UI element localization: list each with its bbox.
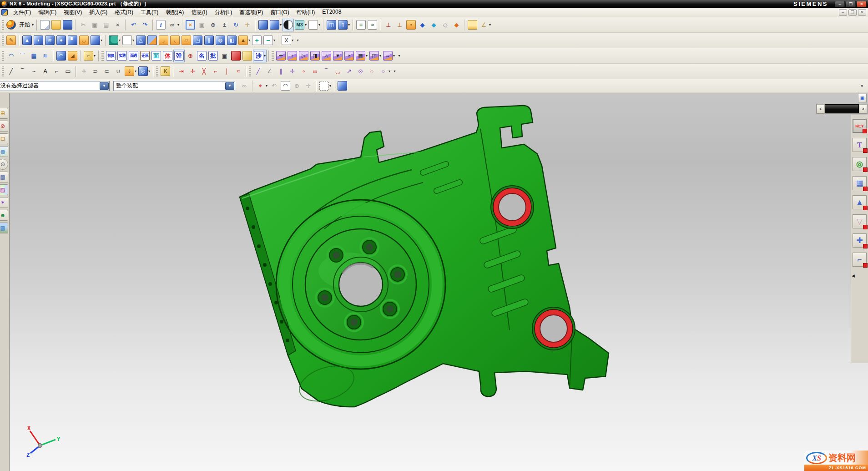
sketch-circle-dashed-button[interactable]: ◌ xyxy=(366,65,378,78)
grab-point-button[interactable]: ✛ xyxy=(303,80,314,92)
join-curve-button[interactable]: ∪ xyxy=(112,65,124,78)
face-display-button[interactable]: 面 xyxy=(151,50,162,62)
redo-button[interactable]: ↷ xyxy=(139,19,151,31)
menu-item-1[interactable]: 文件(F) xyxy=(10,8,35,17)
offset-region-button[interactable]: ◨ xyxy=(309,50,321,62)
menu-item-6[interactable]: 工具(T) xyxy=(137,8,162,17)
pull-face-button[interactable]: ↕ xyxy=(287,50,298,62)
swept-button[interactable]: ≋ xyxy=(44,34,56,47)
rectangle-button[interactable]: ▭ xyxy=(62,65,74,78)
quick-trim-button[interactable]: ✛ xyxy=(187,65,198,78)
toolbar-grip[interactable] xyxy=(2,51,4,61)
view-background-button[interactable]: ▾ xyxy=(308,19,321,31)
sketch-button[interactable]: ✎ xyxy=(5,34,17,47)
undo-button[interactable]: ↶ xyxy=(128,19,139,31)
sketch-circle-center-button[interactable]: ⊙ xyxy=(355,65,366,78)
snap-chain-button[interactable]: ∞ xyxy=(239,80,250,92)
tube-button[interactable]: ◎▾ xyxy=(137,65,151,78)
zoom-box-button[interactable]: ⊕ xyxy=(207,19,219,31)
history-button[interactable]: ⊙ xyxy=(0,159,8,170)
datum-plane-dropdown-arrow[interactable]: ▾ xyxy=(132,38,134,42)
zoom-in-out-button[interactable]: ± xyxy=(219,19,230,31)
boss-pad-button[interactable]: ▘ xyxy=(67,34,78,47)
sketch-fillet-button[interactable]: ◡ xyxy=(332,65,343,78)
part-red-bore-top[interactable] xyxy=(491,186,534,228)
fit-view-button[interactable]: × xyxy=(185,19,196,31)
sketch-in-task-button[interactable]: ▾ xyxy=(108,34,121,47)
part-3d-model[interactable] xyxy=(0,93,868,471)
sketch-in-task-dropdown-arrow[interactable]: ▾ xyxy=(119,38,121,42)
snap-point-button[interactable]: ◠ xyxy=(280,80,291,92)
delete-button[interactable]: × xyxy=(112,19,123,31)
rectangle-select-dropdown-arrow[interactable]: ▾ xyxy=(329,84,331,88)
rib-button[interactable]: ∥ xyxy=(203,34,215,47)
backgrounds-button[interactable]: ▩ xyxy=(0,223,8,233)
key-notes-button[interactable]: K xyxy=(160,65,171,78)
scrollbar-track[interactable] xyxy=(825,104,859,113)
studio-spline-button[interactable]: ~ xyxy=(28,65,40,78)
block-dropdown-arrow[interactable]: ▾ xyxy=(101,38,102,42)
make-corner-button[interactable]: ⌐ xyxy=(210,65,221,78)
palettes-button[interactable]: ▤ xyxy=(0,172,8,182)
toolbar-grip[interactable] xyxy=(249,66,251,76)
datum-csys-display-button[interactable]: ⊥ xyxy=(383,19,394,31)
move-face-button[interactable]: ✛ xyxy=(275,50,287,62)
scroll-right-button[interactable]: > xyxy=(859,104,867,113)
face-translucency-button[interactable]: 面透 xyxy=(128,50,139,62)
menu-item-12[interactable]: 帮助(H) xyxy=(293,8,319,17)
close-button[interactable]: ✕ xyxy=(857,1,867,7)
text-button[interactable]: A xyxy=(40,65,51,78)
measure-angle-dropdown-arrow[interactable]: ▾ xyxy=(489,23,491,27)
sketch-line-button[interactable]: ╱ xyxy=(252,65,264,78)
ruled-surface-button[interactable]: ◠ xyxy=(5,50,17,62)
restore-display-button[interactable]: 还原 xyxy=(139,50,151,62)
sheet-metal-bend-dropdown-arrow[interactable]: ▾ xyxy=(94,54,96,58)
menu-item-3[interactable]: 视图(V) xyxy=(60,8,86,17)
layer-settings-button[interactable]: ≡ xyxy=(355,19,367,31)
paste-button[interactable]: ▤ xyxy=(101,19,112,31)
offset-surface-button[interactable]: ◠ xyxy=(56,50,67,62)
point-button[interactable]: ✛ xyxy=(78,65,90,78)
zoom-to-selection-button[interactable]: ▣ xyxy=(196,19,207,31)
open-file-button[interactable] xyxy=(50,19,62,31)
sketch-arc-button[interactable]: ⌒ xyxy=(321,65,332,78)
menu-item-9[interactable]: 分析(L) xyxy=(211,8,236,17)
bolt-template-button[interactable]: T xyxy=(853,138,867,152)
body-display-button[interactable]: 体 xyxy=(162,50,173,62)
view-background-dropdown-arrow[interactable]: ▾ xyxy=(318,23,320,27)
menu-item-10[interactable]: 首选项(P) xyxy=(236,8,267,17)
cross-template-button[interactable]: ✚ xyxy=(853,233,867,248)
key-template-button[interactable]: KEY xyxy=(853,119,867,133)
move-to-layer-button[interactable]: ≈ xyxy=(367,19,378,31)
scrollbar-thumb[interactable] xyxy=(825,104,859,113)
view-orientation-dropdown-arrow[interactable]: ▾ xyxy=(280,23,282,27)
toolbar-grip[interactable] xyxy=(2,35,4,46)
through-curve-mesh-button[interactable]: ▦ xyxy=(28,50,40,62)
sketch-ellipse-button[interactable]: ○▾ xyxy=(378,65,391,78)
quick-extend-button[interactable]: ⇥ xyxy=(176,65,187,78)
selection-scope-combo[interactable]: 整个装配 ▼ xyxy=(113,81,235,91)
center-mark-button[interactable]: ⊕ xyxy=(185,50,196,62)
menu-item-7[interactable]: 装配(A) xyxy=(162,8,187,17)
toolbar-grip[interactable] xyxy=(156,66,158,76)
sketch-point-circle-button[interactable]: ∘ xyxy=(298,65,309,78)
offset-curve-button[interactable]: ⊃ xyxy=(90,65,101,78)
shaded-cube-button[interactable] xyxy=(337,80,348,92)
linear-dimension-button[interactable]: ↔▾ xyxy=(382,50,396,62)
sketch-parallel-button[interactable]: ∥ xyxy=(275,65,287,78)
constraint-navigator-button[interactable]: ⊘ xyxy=(0,121,8,132)
pan-view-button[interactable]: ✛ xyxy=(242,19,253,31)
selection-filter-crosshair-dropdown-arrow[interactable]: ▾ xyxy=(266,84,267,88)
hole-button[interactable]: ● xyxy=(56,34,67,47)
replace-face-button[interactable]: ▷ xyxy=(298,50,309,62)
sketch-orient-button[interactable]: ∠ xyxy=(264,65,275,78)
save-file-button[interactable] xyxy=(62,19,73,31)
menu-item-8[interactable]: 信息(I) xyxy=(187,8,211,17)
plate-template-button[interactable]: ▲ xyxy=(853,195,867,209)
true-shading-m3-button[interactable]: M3▾ xyxy=(294,19,308,31)
assembly-navigator-button[interactable]: ⊞ xyxy=(0,108,8,119)
pattern-face-dropdown-arrow[interactable]: ▾ xyxy=(366,54,368,58)
through-curves-button[interactable]: ⌒ xyxy=(17,50,28,62)
web-browser-button[interactable]: ◍ xyxy=(0,146,8,157)
scroll-left-button[interactable]: < xyxy=(817,104,825,113)
